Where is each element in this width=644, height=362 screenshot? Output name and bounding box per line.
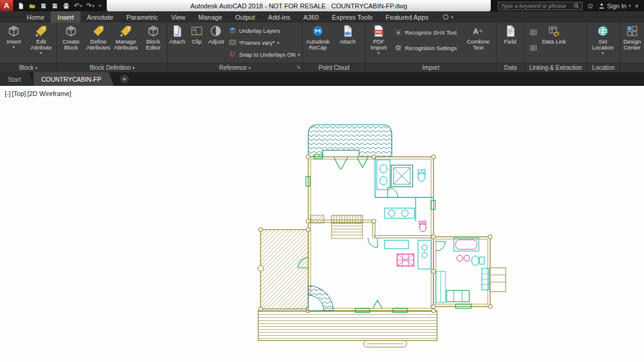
tab-addins[interactable]: Add-ins (262, 11, 297, 23)
label: Autodesk ReCap (304, 39, 332, 51)
sign-in-label: Sign In (607, 2, 627, 10)
label: Manage Attributes (112, 39, 140, 51)
window-title-area: Autodesk AutoCAD 2018 - NOT FOR RESALE C… (107, 0, 491, 11)
tab-manage[interactable]: Manage (192, 11, 229, 23)
panel-title-reference[interactable]: Reference ▾ ↘ (168, 63, 302, 72)
pdf-icon (372, 24, 385, 38)
panel-title-block-definition[interactable]: Block Definition ▾ (57, 63, 167, 72)
label: Snap to Underlays ON (239, 51, 296, 58)
data-link-button[interactable]: Data Link (540, 23, 568, 63)
favorites-button[interactable] (587, 2, 594, 10)
tab-insert[interactable]: Insert (51, 11, 80, 23)
recognition-settings-button[interactable]: Recognition Settings (392, 42, 465, 54)
new-file-button[interactable] (16, 1, 26, 11)
open-file-button[interactable] (27, 1, 37, 11)
block-cube-icon (7, 24, 20, 38)
plot-button[interactable] (61, 1, 71, 11)
globe-icon (596, 24, 609, 38)
sign-in-button[interactable]: Sign In ▾ (598, 2, 631, 10)
drawing-canvas[interactable]: [-] [Top] [2D Wireframe] (0, 86, 644, 362)
panel-title-import[interactable]: Import (366, 63, 496, 72)
cabin-log-walls[interactable] (308, 157, 490, 311)
qat-customize-button[interactable]: ▾ (97, 1, 102, 11)
table-link-icon (529, 44, 538, 52)
printer-icon (63, 2, 70, 10)
extract-data-icon-button[interactable] (527, 26, 539, 38)
tab-parametric[interactable]: Parametric (120, 11, 165, 23)
autodesk-recap-button[interactable]: Autodesk ReCap (303, 23, 333, 63)
new-drawing-tab-button[interactable]: + (120, 75, 129, 83)
redo-button[interactable]: ↷▾ (85, 1, 95, 11)
create-block-button[interactable]: Create Block (57, 23, 85, 63)
tab-home[interactable]: Home (20, 11, 51, 23)
file-tab-drawing[interactable]: COUNTRYCABIN-FP (33, 72, 114, 86)
adjust-button[interactable]: Adjust (206, 23, 226, 63)
tab-a360[interactable]: A360 (297, 11, 326, 23)
label: PDF Import (366, 39, 392, 51)
tab-view[interactable]: View (165, 11, 192, 23)
insert-block-button[interactable]: Insert ▾ (0, 23, 27, 63)
save-icon (40, 2, 47, 10)
side-porch[interactable] (258, 230, 309, 309)
snap-to-underlays-dropdown[interactable]: Snap to Underlays ON ▾ (226, 49, 302, 61)
set-location-button[interactable]: Set Location ▾ (587, 23, 618, 63)
tab-annotate[interactable]: Annotate (80, 11, 120, 23)
search-placeholder: Type a keyword or phrase (501, 2, 573, 9)
ribbon-display-toggle[interactable]: ▾ (443, 11, 453, 23)
search-icon (573, 2, 580, 9)
file-tab-start[interactable]: Start (0, 72, 33, 86)
panel-title-point-cloud[interactable]: Point Cloud (303, 63, 365, 72)
attach-reference-button[interactable]: Attach (168, 23, 187, 63)
link-data-icon-button[interactable] (527, 42, 539, 54)
chevron-down-icon: ▾ (377, 51, 379, 55)
gear-icon (394, 44, 402, 52)
pdf-import-button[interactable]: PDF Import ▾ (366, 23, 392, 63)
combine-text-button[interactable]: Combine Text (465, 23, 492, 63)
table-icon (529, 28, 538, 37)
search-input[interactable]: Type a keyword or phrase (498, 2, 583, 10)
field-button[interactable]: Field (497, 23, 524, 63)
chevron-down-icon: ▾ (132, 66, 134, 70)
close-infocenter-button[interactable]: × (635, 2, 639, 10)
save-button[interactable] (39, 1, 48, 11)
tab-output[interactable]: Output (229, 11, 262, 23)
tab-featured-apps[interactable]: Featured Apps (379, 11, 435, 23)
floor-plan-drawing[interactable] (0, 86, 644, 362)
new-file-icon (17, 2, 24, 10)
edit-attribute-button[interactable]: Edit Attribute ▾ (27, 23, 55, 63)
chevron-down-icon: ▾ (13, 45, 14, 49)
label: Start (8, 76, 21, 83)
dialog-launcher-icon[interactable]: ↘ (296, 64, 301, 70)
define-attributes-button[interactable]: Define Attributes (85, 23, 112, 63)
label: Point Cloud (318, 64, 349, 71)
panel-title-linking-extraction[interactable]: Linking & Extraction (525, 63, 587, 72)
panel-title-content (620, 63, 644, 72)
undo-button[interactable]: ↶▾ (73, 1, 83, 11)
front-deck[interactable] (258, 311, 437, 347)
underlay-layers-button[interactable]: Underlay Layers (226, 24, 302, 36)
clip-button[interactable]: Clip (187, 23, 207, 63)
design-center-button[interactable]: Design Center (620, 23, 644, 63)
panel-block: Insert ▾ Edit Attribute ▾ Block ▾ (0, 23, 57, 72)
attach-point-cloud-button[interactable]: Attach (333, 23, 363, 63)
frames-dropdown[interactable]: *Frames vary* ▾ (226, 36, 302, 48)
quick-access-toolbar: ↶▾ ↷▾ ▾ (13, 1, 105, 11)
label: Data Link (542, 39, 566, 45)
panel-title-data[interactable]: Data (497, 63, 524, 72)
panel-title-block[interactable]: Block ▾ (0, 63, 57, 72)
block-editor-button[interactable]: Block Editor (140, 23, 167, 63)
block-editor-icon (147, 24, 160, 38)
label: Block (19, 64, 33, 71)
close-icon: × (635, 2, 639, 10)
panel-content: Design Center (620, 23, 644, 72)
label: *Frames vary* (239, 39, 275, 46)
frame-icon (228, 38, 237, 47)
manage-attributes-button[interactable]: Manage Attributes (112, 23, 140, 63)
panel-point-cloud: Autodesk ReCap Attach Point Cloud (303, 23, 366, 72)
application-menu-button[interactable]: A (0, 0, 13, 11)
tab-express-tools[interactable]: Express Tools (326, 11, 379, 23)
recognize-shx-text-button[interactable]: Recognize SHX Text (392, 26, 465, 38)
save-as-button[interactable] (50, 1, 60, 11)
panel-title-location[interactable]: Location (587, 63, 620, 72)
label: Recognition Settings (405, 45, 457, 51)
